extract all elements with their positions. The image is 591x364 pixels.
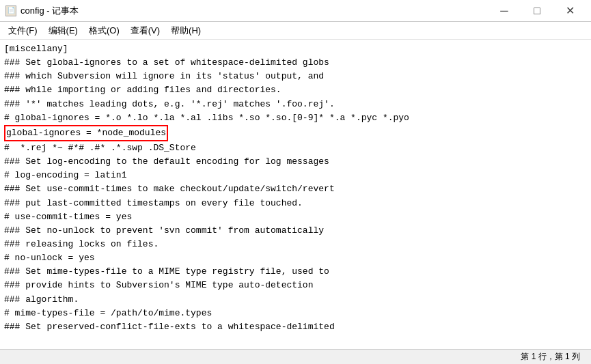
app-icon-symbol: 📄 <box>8 7 15 14</box>
close-button[interactable]: ✕ <box>554 0 586 22</box>
menu-bar: 文件(F) 编辑(E) 格式(O) 查看(V) 帮助(H) <box>0 22 591 40</box>
content-wrapper: [miscellany] ### Set global-ignores to a… <box>0 40 591 349</box>
minimize-button[interactable]: ─ <box>489 0 520 22</box>
title-bar: 📄 config - 记事本 ─ □ ✕ <box>0 0 591 22</box>
highlighted-line: global-ignores = *node_modules <box>4 125 168 141</box>
cursor-position: 第 1 行，第 1 列 <box>521 351 580 363</box>
menu-help[interactable]: 帮助(H) <box>165 22 206 39</box>
maximize-button[interactable]: □ <box>521 0 553 22</box>
menu-file[interactable]: 文件(F) <box>3 22 43 39</box>
menu-edit[interactable]: 编辑(E) <box>43 22 83 39</box>
app-icon: 📄 <box>5 5 16 16</box>
status-bar: 第 1 行，第 1 列 <box>0 349 591 364</box>
menu-format[interactable]: 格式(O) <box>83 22 125 39</box>
window-title: config - 记事本 <box>20 5 79 17</box>
title-bar-left: 📄 config - 记事本 <box>5 5 79 17</box>
menu-view[interactable]: 查看(V) <box>125 22 165 39</box>
window-controls: ─ □ ✕ <box>489 0 586 22</box>
text-editor[interactable]: [miscellany] ### Set global-ignores to a… <box>0 40 591 349</box>
